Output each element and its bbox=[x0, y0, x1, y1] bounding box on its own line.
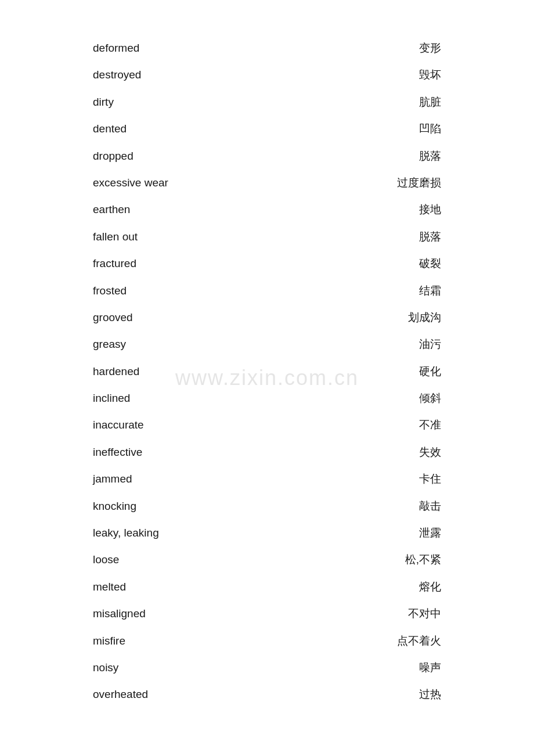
chinese-translation: 失效 bbox=[419, 444, 441, 461]
english-word: dropped bbox=[93, 147, 209, 165]
chinese-translation: 敲击 bbox=[419, 498, 441, 515]
english-word: grooved bbox=[93, 309, 209, 326]
chinese-translation: 肮脏 bbox=[419, 93, 441, 111]
list-item: fractured破裂 bbox=[93, 250, 441, 277]
chinese-translation: 点不着火 bbox=[397, 632, 441, 650]
english-word: noisy bbox=[93, 659, 209, 676]
word-list: deformed变形destroyed毁坏dirty肮脏dented凹陷drop… bbox=[93, 35, 441, 708]
chinese-translation: 接地 bbox=[419, 201, 441, 218]
english-word: dirty bbox=[93, 93, 209, 111]
chinese-translation: 破裂 bbox=[419, 255, 441, 272]
chinese-translation: 泄露 bbox=[419, 524, 441, 542]
list-item: noisy噪声 bbox=[93, 654, 441, 681]
list-item: melted熔化 bbox=[93, 574, 441, 600]
chinese-translation: 结霜 bbox=[419, 282, 441, 300]
list-item: deformed变形 bbox=[93, 35, 441, 62]
english-word: fractured bbox=[93, 255, 209, 272]
list-item: grooved划成沟 bbox=[93, 304, 441, 331]
english-word: excessive wear bbox=[93, 174, 209, 192]
list-item: hardened硬化 bbox=[93, 358, 441, 385]
list-item: dropped脱落 bbox=[93, 143, 441, 170]
english-word: loose bbox=[93, 551, 209, 568]
english-word: frosted bbox=[93, 282, 209, 300]
english-word: inclined bbox=[93, 390, 209, 407]
list-item: leaky, leaking泄露 bbox=[93, 520, 441, 546]
list-item: fallen out脱落 bbox=[93, 224, 441, 250]
chinese-translation: 脱落 bbox=[419, 147, 441, 165]
list-item: inclined倾斜 bbox=[93, 385, 441, 412]
english-word: jammed bbox=[93, 470, 209, 488]
english-word: earthen bbox=[93, 201, 209, 218]
english-word: deformed bbox=[93, 39, 209, 57]
chinese-translation: 毁坏 bbox=[419, 66, 441, 84]
list-item: earthen接地 bbox=[93, 196, 441, 223]
chinese-translation: 不对中 bbox=[408, 605, 441, 622]
english-word: melted bbox=[93, 578, 209, 596]
english-word: ineffective bbox=[93, 444, 209, 461]
english-word: inaccurate bbox=[93, 416, 209, 434]
list-item: dirty肮脏 bbox=[93, 89, 441, 116]
chinese-translation: 变形 bbox=[419, 39, 441, 57]
english-word: dented bbox=[93, 120, 209, 138]
list-item: frosted结霜 bbox=[93, 278, 441, 304]
chinese-translation: 松,不紧 bbox=[405, 551, 441, 568]
main-content: deformed变形destroyed毁坏dirty肮脏dented凹陷drop… bbox=[0, 0, 534, 743]
chinese-translation: 不准 bbox=[419, 416, 441, 434]
chinese-translation: 噪声 bbox=[419, 659, 441, 676]
chinese-translation: 凹陷 bbox=[419, 120, 441, 138]
chinese-translation: 硬化 bbox=[419, 363, 441, 380]
english-word: hardened bbox=[93, 363, 209, 380]
chinese-translation: 倾斜 bbox=[419, 390, 441, 407]
list-item: overheated过热 bbox=[93, 681, 441, 708]
chinese-translation: 脱落 bbox=[419, 228, 441, 246]
english-word: misfire bbox=[93, 632, 209, 650]
list-item: loose松,不紧 bbox=[93, 546, 441, 573]
chinese-translation: 过度磨损 bbox=[397, 174, 441, 192]
list-item: excessive wear过度磨损 bbox=[93, 170, 441, 196]
english-word: destroyed bbox=[93, 66, 209, 84]
list-item: jammed卡住 bbox=[93, 466, 441, 492]
english-word: greasy bbox=[93, 336, 209, 353]
chinese-translation: 油污 bbox=[419, 336, 441, 353]
list-item: misaligned不对中 bbox=[93, 600, 441, 627]
chinese-translation: 划成沟 bbox=[408, 309, 441, 326]
english-word: overheated bbox=[93, 686, 209, 703]
chinese-translation: 过热 bbox=[419, 686, 441, 703]
list-item: destroyed毁坏 bbox=[93, 62, 441, 88]
list-item: dented凹陷 bbox=[93, 116, 441, 142]
chinese-translation: 熔化 bbox=[419, 578, 441, 596]
list-item: inaccurate不准 bbox=[93, 412, 441, 438]
chinese-translation: 卡住 bbox=[419, 470, 441, 488]
list-item: greasy油污 bbox=[93, 331, 441, 358]
english-word: knocking bbox=[93, 498, 209, 515]
english-word: leaky, leaking bbox=[93, 524, 209, 542]
list-item: misfire点不着火 bbox=[93, 628, 441, 654]
english-word: fallen out bbox=[93, 228, 209, 246]
list-item: knocking敲击 bbox=[93, 493, 441, 520]
english-word: misaligned bbox=[93, 605, 209, 622]
list-item: ineffective失效 bbox=[93, 439, 441, 466]
